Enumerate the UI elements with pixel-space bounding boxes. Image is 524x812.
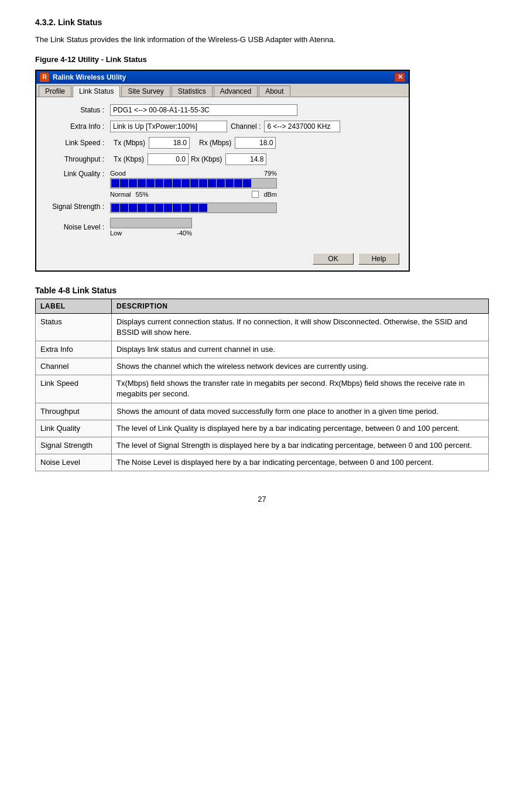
rx-kbps-input[interactable]: [225, 153, 266, 165]
window-title: Ralink Wireless Utility: [53, 73, 126, 81]
table-cell-label: Noise Level: [36, 454, 112, 471]
rx-mbps-input[interactable]: [235, 137, 276, 149]
noise-pct: -40%: [177, 229, 192, 237]
tx-mbps-input[interactable]: [149, 137, 190, 149]
table-row: StatusDisplays current connection status…: [36, 313, 489, 341]
status-row: Status :: [46, 104, 399, 116]
table-cell-label: Extra Info: [36, 341, 112, 358]
noise-low-label: Low: [110, 229, 122, 237]
page-number: 27: [35, 495, 489, 503]
table-cell-label: Status: [36, 313, 112, 341]
col-header-label: LABEL: [36, 299, 112, 313]
section-heading: 4.3.2. Link Status: [35, 18, 489, 27]
table-cell-desc: Shows the amount of data moved successfu…: [112, 403, 489, 420]
table-cell-desc: Shows the channel which the wireless net…: [112, 358, 489, 375]
table-cell-label: Link Quality: [36, 420, 112, 437]
tab-advanced[interactable]: Advanced: [214, 85, 258, 97]
table-cell-desc: Displays current connection status. If n…: [112, 313, 489, 341]
table-row: ThroughputShows the amount of data moved…: [36, 403, 489, 420]
noise-level-label: Noise Level :: [46, 223, 104, 231]
extra-info-label: Extra Info :: [46, 122, 104, 131]
table-row: Signal StrengthThe level of Signal Stren…: [36, 437, 489, 454]
ok-button[interactable]: OK: [313, 253, 354, 265]
table-cell-desc: The level of Signal Strength is displaye…: [112, 437, 489, 454]
table-cell-desc: The Noise Level is displayed here by a b…: [112, 454, 489, 471]
tab-statistics[interactable]: Statistics: [172, 85, 213, 97]
channel-input[interactable]: [264, 121, 340, 132]
link-quality-fill: [111, 179, 251, 187]
table-row: Noise LevelThe Noise Level is displayed …: [36, 454, 489, 471]
tx-kbps-input[interactable]: [148, 153, 189, 165]
table-row: Link QualityThe level of Link Quality is…: [36, 420, 489, 437]
normal-label: Normal: [110, 191, 131, 198]
dbm-label: dBm: [263, 191, 277, 198]
close-button[interactable]: ✕: [395, 73, 405, 82]
table-cell-desc: Tx(Mbps) field shows the transfer rate i…: [112, 375, 489, 403]
rx-mbps-label: Rx (Mbps): [199, 139, 231, 147]
window-body: Status : Extra Info : Channel : Link Spe…: [36, 97, 409, 248]
extra-info-input[interactable]: [110, 121, 227, 132]
tx-mbps-label: Tx (Mbps): [114, 139, 145, 147]
throughput-label: Throughput :: [46, 155, 104, 163]
link-quality-bar-section: Good 79%: [110, 170, 277, 198]
channel-label: Channel :: [231, 122, 261, 131]
table-cell-desc: The level of Link Quality is displayed h…: [112, 420, 489, 437]
titlebar-left: R Ralink Wireless Utility: [40, 73, 126, 82]
table-cell-label: Link Speed: [36, 375, 112, 403]
status-label: Status :: [46, 106, 104, 114]
link-quality-label: Link Quality :: [46, 170, 104, 178]
signal-strength-bar: [110, 203, 277, 213]
signal-strength-row: Signal Strength :: [46, 203, 399, 213]
table-row: Link SpeedTx(Mbps) field shows the trans…: [36, 375, 489, 403]
extra-info-row: Extra Info : Channel :: [46, 121, 399, 132]
help-button[interactable]: Help: [358, 253, 399, 265]
table-section: Table 4-8 Link Status LABEL DESCRIPTION …: [35, 286, 489, 472]
table-row: ChannelShows the channel which the wirel…: [36, 358, 489, 375]
signal-strength-fill: [111, 204, 207, 212]
link-speed-label: Link Speed :: [46, 139, 104, 147]
rx-kbps-label: Rx (Kbps): [191, 155, 222, 163]
intro-text: The Link Status provides the link inform…: [35, 34, 489, 46]
link-status-table: LABEL DESCRIPTION StatusDisplays current…: [35, 299, 489, 472]
section-number: 4.3.2.: [35, 18, 56, 27]
window-footer: OK Help: [36, 248, 409, 270]
tx-kbps-label: Tx (Kbps): [114, 155, 144, 163]
noise-level-section: Low -40%: [110, 218, 192, 237]
link-quality-bar: [110, 178, 277, 189]
utility-window: R Ralink Wireless Utility ✕ Profile Link…: [35, 70, 410, 272]
figure-caption: Figure 4-12 Utility - Link Status: [35, 55, 489, 64]
table-row: Extra InfoDisplays link status and curre…: [36, 341, 489, 358]
good-label: Good: [110, 170, 126, 177]
normal-pct: 55%: [135, 191, 148, 198]
link-speed-row: Link Speed : Tx (Mbps) Rx (Mbps): [46, 137, 399, 149]
table-cell-label: Throughput: [36, 403, 112, 420]
tab-about[interactable]: About: [259, 85, 290, 97]
throughput-row: Throughput : Tx (Kbps) Rx (Kbps): [46, 153, 399, 165]
signal-strength-label: Signal Strength :: [46, 203, 104, 211]
dbm-checkbox[interactable]: [252, 191, 259, 198]
table-caption: Table 4-8 Link Status: [35, 286, 489, 295]
noise-level-row: Noise Level : Low -40%: [46, 218, 399, 237]
good-pct: 79%: [264, 170, 277, 177]
app-icon: R: [40, 73, 49, 82]
table-cell-label: Signal Strength: [36, 437, 112, 454]
tab-site-survey[interactable]: Site Survey: [121, 85, 170, 97]
link-quality-row: Link Quality : Good 79%: [46, 170, 399, 198]
tab-profile[interactable]: Profile: [39, 85, 71, 97]
signal-strength-bar-section: [110, 203, 277, 213]
titlebar: R Ralink Wireless Utility ✕: [36, 71, 409, 84]
section-title: Link Status: [58, 18, 102, 27]
noise-level-bar: [110, 218, 192, 228]
tab-link-status[interactable]: Link Status: [73, 85, 120, 97]
tab-bar: Profile Link Status Site Survey Statisti…: [36, 84, 409, 97]
col-header-desc: DESCRIPTION: [112, 299, 489, 313]
table-cell-desc: Displays link status and current channel…: [112, 341, 489, 358]
table-cell-label: Channel: [36, 358, 112, 375]
status-input[interactable]: [110, 104, 297, 116]
